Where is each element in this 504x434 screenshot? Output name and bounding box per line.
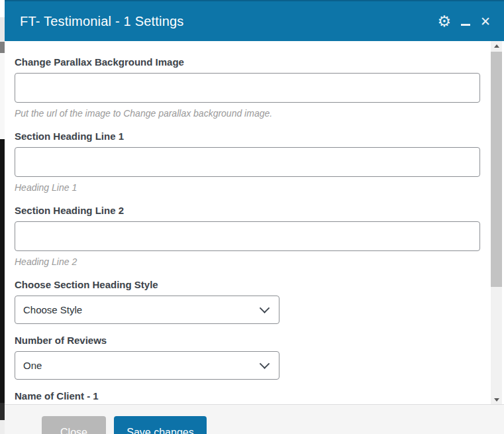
selected-value: One	[23, 360, 42, 371]
field-heading-line-1: Section Heading Line 1 Heading Line 1	[15, 130, 480, 194]
triangle-up-icon	[494, 44, 499, 48]
field-label: Choose Section Heading Style	[15, 278, 480, 292]
scroll-down-button[interactable]	[491, 395, 502, 404]
field-label: Section Heading Line 1	[15, 130, 480, 143]
field-client-name-1: Name of Client - 1	[15, 390, 480, 403]
field-parallax-image: Change Parallax Background Image Put the…	[15, 56, 480, 120]
background-segment	[0, 403, 5, 420]
minimize-bar	[461, 24, 470, 26]
background-segment	[0, 42, 5, 53]
field-help: Heading Line 2	[15, 256, 480, 268]
heading-style-select[interactable]: Choose Style	[15, 296, 279, 324]
field-label: Name of Client - 1	[15, 390, 480, 403]
field-number-of-reviews: Number of Reviews One	[15, 334, 480, 380]
number-of-reviews-select[interactable]: One	[15, 351, 279, 380]
background-segment	[0, 420, 5, 434]
close-button[interactable]: Close	[42, 416, 106, 434]
chevron-down-icon	[261, 361, 268, 368]
background-segment	[0, 17, 5, 42]
modal-body: Change Parallax Background Image Put the…	[5, 41, 504, 404]
field-help: Put the url of the image to Change paral…	[15, 107, 480, 120]
field-label: Number of Reviews	[15, 334, 480, 347]
screen: FT- Testimonial - 1 Settings ⚙ ✕ Change …	[0, 0, 504, 434]
field-heading-line-2: Section Heading Line 2 Heading Line 2	[15, 204, 480, 268]
background-segment	[0, 0, 5, 17]
settings-modal: FT- Testimonial - 1 Settings ⚙ ✕ Change …	[5, 0, 504, 434]
field-help: Heading Line 1	[15, 182, 480, 194]
field-heading-style: Choose Section Heading Style Choose Styl…	[15, 278, 480, 324]
heading-line-2-input[interactable]	[15, 221, 480, 251]
background-segment	[0, 139, 5, 403]
scrollbar-thumb[interactable]	[491, 52, 502, 287]
header-actions: ⚙ ✕	[437, 14, 491, 29]
modal-header: FT- Testimonial - 1 Settings ⚙ ✕	[5, 0, 504, 41]
scroll-up-button[interactable]	[491, 41, 502, 50]
triangle-down-icon	[494, 398, 499, 402]
modal-scrollbar[interactable]	[491, 41, 502, 404]
minimize-icon[interactable]	[460, 15, 471, 28]
selected-value: Choose Style	[23, 304, 82, 315]
save-changes-button[interactable]: Save changes	[114, 416, 207, 434]
background-segment	[0, 53, 5, 139]
gear-icon[interactable]: ⚙	[437, 14, 451, 29]
close-icon[interactable]: ✕	[480, 15, 491, 28]
field-label: Section Heading Line 2	[15, 204, 480, 217]
field-label: Change Parallax Background Image	[15, 56, 480, 69]
parallax-image-input[interactable]	[15, 73, 480, 103]
modal-footer: Close Save changes	[5, 404, 504, 434]
chevron-down-icon	[261, 305, 268, 313]
background-page-edge	[0, 0, 5, 434]
modal-title: FT- Testimonial - 1 Settings	[20, 14, 437, 29]
heading-line-1-input[interactable]	[15, 147, 480, 177]
